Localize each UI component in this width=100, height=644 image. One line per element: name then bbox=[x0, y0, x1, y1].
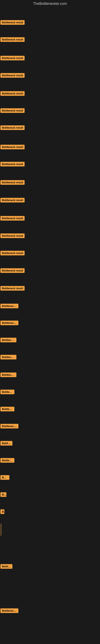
bottleneck-badge[interactable]: Bottleneck result bbox=[0, 424, 18, 428]
bottleneck-row-12: Bottleneck result bbox=[0, 215, 25, 222]
bottleneck-badge[interactable]: Bottleneck result bbox=[0, 390, 14, 394]
bottleneck-badge[interactable]: Bottleneck result bbox=[0, 180, 25, 185]
bottleneck-badge[interactable]: Bottleneck result bbox=[0, 20, 25, 25]
bottleneck-row-8: Bottleneck result bbox=[0, 144, 25, 150]
bottleneck-badge[interactable]: Bottleneck result bbox=[0, 198, 25, 202]
bottleneck-row-19: Bottleneck result bbox=[0, 336, 16, 344]
bottleneck-row-18: Bottleneck result bbox=[0, 320, 18, 326]
bottleneck-row-20: Bottleneck result bbox=[0, 354, 16, 361]
site-title: TheBottlenecker.com bbox=[0, 0, 100, 8]
bottleneck-badge[interactable]: Bottleneck result bbox=[0, 108, 25, 113]
bottleneck-row-14: Bottleneck result bbox=[0, 250, 25, 256]
bottleneck-badge[interactable]: Bottleneck result bbox=[0, 91, 25, 96]
bottleneck-badge[interactable]: Bottleneck result bbox=[0, 126, 25, 130]
bottleneck-row-13: Bottleneck result bbox=[0, 232, 25, 239]
bottleneck-row-30: Bottleneck result bbox=[0, 563, 12, 570]
bottleneck-row-10: Bottleneck result bbox=[0, 179, 25, 186]
bottleneck-badge[interactable]: Bottleneck result bbox=[0, 268, 25, 273]
bottleneck-row-29: Bottleneck result bbox=[0, 508, 4, 515]
bottleneck-row-23: Bottleneck result bbox=[0, 406, 14, 412]
bottleneck-badge[interactable]: Bottleneck result bbox=[0, 407, 14, 411]
bottleneck-badge[interactable]: Bottleneck result bbox=[0, 458, 14, 463]
bottleneck-badge[interactable]: Bottleneck result bbox=[0, 338, 16, 342]
bottleneck-row-25: Bottleneck result bbox=[0, 440, 12, 447]
bottleneck-badge[interactable]: Bottleneck result bbox=[0, 320, 18, 325]
bottleneck-row-17: Bottleneck result bbox=[0, 302, 18, 310]
bottleneck-row-22: Bottleneck result bbox=[0, 388, 14, 396]
bottleneck-badge[interactable]: Bottleneck result bbox=[0, 355, 16, 360]
bottleneck-row-21: Bottleneck result bbox=[0, 371, 16, 378]
bottleneck-badge[interactable]: Bottleneck result bbox=[0, 441, 12, 446]
bottleneck-badge[interactable]: Bottleneck result bbox=[0, 509, 4, 514]
bottleneck-badge[interactable]: Bottleneck result bbox=[0, 475, 9, 480]
bottleneck-list: Bottleneck result Bottleneck result Bott… bbox=[0, 8, 100, 644]
bottleneck-row-5: Bottleneck result bbox=[0, 90, 25, 97]
bottleneck-row-24: Bottleneck result bbox=[0, 422, 18, 430]
bottleneck-badge[interactable]: Bottleneck result bbox=[0, 372, 16, 377]
bottleneck-badge[interactable]: Bottleneck result bbox=[0, 56, 25, 60]
bottleneck-badge[interactable]: Bottleneck result bbox=[0, 251, 25, 256]
bottleneck-row-16: Bottleneck result bbox=[0, 285, 25, 292]
bottleneck-row-9: Bottleneck result bbox=[0, 160, 25, 168]
bottleneck-badge[interactable]: Bottleneck result bbox=[0, 162, 25, 166]
bottleneck-row-28: Bottleneck result bbox=[0, 491, 6, 498]
bottleneck-row-15: Bottleneck result bbox=[0, 267, 25, 274]
bottleneck-row-26: Bottleneck result bbox=[0, 457, 14, 464]
bottleneck-row-7: Bottleneck result bbox=[0, 124, 25, 131]
bottleneck-badge[interactable]: Bottleneck result bbox=[0, 216, 25, 220]
bottleneck-badge[interactable]: Bottleneck result bbox=[0, 145, 25, 149]
bottleneck-row-1: Bottleneck result bbox=[0, 19, 25, 26]
bottleneck-badge[interactable]: Bottleneck result bbox=[0, 608, 18, 613]
bottleneck-badge[interactable]: Bottleneck result bbox=[0, 304, 18, 308]
bottleneck-row-4: Bottleneck result bbox=[0, 72, 25, 79]
bottleneck-row-11: Bottleneck result bbox=[0, 196, 25, 204]
bottleneck-row-27: Bottleneck result bbox=[0, 474, 9, 481]
bottleneck-badge[interactable]: Bottleneck result bbox=[0, 286, 25, 290]
vertical-line-indicator bbox=[1, 524, 1, 536]
bottleneck-badge[interactable]: Bottleneck result bbox=[0, 73, 25, 78]
bottleneck-row-2: Bottleneck result bbox=[0, 36, 25, 43]
bottleneck-badge[interactable]: Bottleneck result bbox=[0, 234, 25, 238]
bottleneck-row-6: Bottleneck result bbox=[0, 107, 25, 114]
bottleneck-badge[interactable]: Bottleneck result bbox=[0, 492, 6, 497]
bottleneck-row-3: Bottleneck result bbox=[0, 54, 25, 62]
bottleneck-badge[interactable]: Bottleneck result bbox=[0, 37, 25, 42]
bottleneck-row-31: Bottleneck result bbox=[0, 607, 18, 614]
bottleneck-badge[interactable]: Bottleneck result bbox=[0, 564, 12, 569]
